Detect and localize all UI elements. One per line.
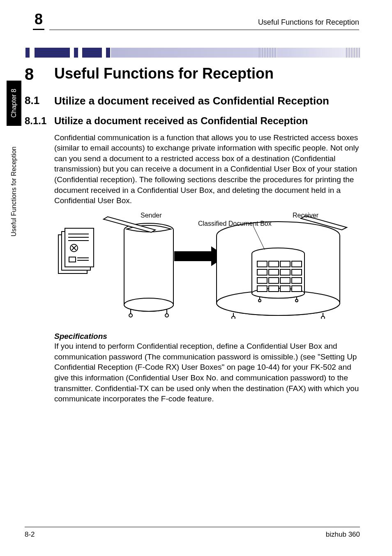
h1-text: Useful Functions for Reception: [54, 65, 359, 82]
svg-rect-9: [69, 257, 76, 262]
diagram-label-classified: Classified Document Box: [198, 220, 272, 227]
svg-rect-35: [292, 261, 302, 267]
svg-point-25: [321, 316, 325, 319]
svg-rect-36: [257, 269, 267, 275]
h2-text: Utilize a document received as Confident…: [54, 94, 359, 108]
paragraph-2: If you intend to perform Confidential re…: [54, 341, 359, 404]
h1-number: 8: [25, 65, 54, 83]
svg-rect-43: [292, 278, 302, 283]
side-tab-chapter: Chapter 8: [7, 81, 21, 126]
footer-model: bizhub 360: [326, 531, 360, 539]
paragraph-1: Confidential communication is a function…: [54, 132, 359, 206]
decorative-bars: [25, 48, 361, 58]
svg-rect-47: [292, 286, 302, 292]
header-running-title: Useful Functions for Reception: [258, 18, 359, 27]
svg-point-16: [129, 314, 132, 317]
svg-point-24: [232, 316, 235, 319]
side-tab-title: Useful Functions for Reception: [7, 126, 21, 257]
svg-rect-18: [174, 251, 211, 261]
footer-page: 8-2: [25, 531, 35, 539]
svg-rect-37: [269, 269, 279, 275]
svg-rect-45: [269, 286, 279, 292]
svg-rect-34: [280, 261, 290, 267]
svg-rect-44: [257, 286, 267, 292]
footer-rule: [25, 527, 360, 527]
svg-rect-33: [269, 261, 279, 267]
svg-point-17: [165, 314, 168, 317]
svg-point-31: [295, 299, 298, 302]
h3-number: 8.1.1: [25, 115, 54, 127]
svg-rect-41: [269, 278, 279, 283]
spec-heading: Specifications: [54, 332, 359, 341]
svg-rect-32: [257, 261, 267, 267]
header-chapter-digit: 8: [33, 11, 44, 30]
h3-text: Utilize a document received as Confident…: [54, 115, 359, 127]
diagram-svg: [54, 212, 358, 319]
diagram-label-receiver: Receiver: [293, 212, 318, 219]
svg-rect-40: [257, 278, 267, 283]
svg-point-30: [258, 299, 261, 302]
svg-rect-39: [292, 269, 302, 275]
svg-rect-38: [280, 269, 290, 275]
diagram: Sender Receiver Classified Document Box: [54, 212, 359, 323]
side-tab: Chapter 8 Useful Functions for Reception: [7, 81, 21, 257]
svg-rect-42: [280, 278, 290, 283]
diagram-label-sender: Sender: [141, 212, 162, 219]
svg-point-13: [124, 298, 173, 311]
header-rule: [49, 30, 359, 30]
h2-number: 8.1: [25, 94, 54, 107]
svg-rect-46: [280, 286, 290, 292]
